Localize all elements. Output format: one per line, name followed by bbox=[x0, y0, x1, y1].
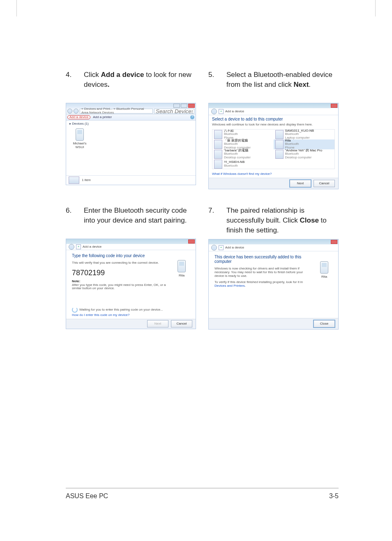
step-text: Enter the Bluetooth security code into y… bbox=[84, 206, 196, 235]
close-icon[interactable] bbox=[331, 104, 337, 108]
device-list-item[interactable]: "Andrew Yeh" 的 Mac ProBluetoothDesktop c… bbox=[274, 149, 335, 159]
status-bar: 1 item bbox=[66, 175, 196, 185]
page-heading: Select a device to add to this computer bbox=[212, 117, 335, 121]
step-5: 5. Select a Bluetooth-enabled device fro… bbox=[208, 70, 339, 99]
back-icon bbox=[211, 245, 217, 251]
device-list-item[interactable]: 八不給BluetoothPhone bbox=[212, 130, 274, 139]
status-text: 1 item bbox=[82, 179, 91, 182]
close-icon[interactable] bbox=[188, 104, 195, 108]
close-icon[interactable] bbox=[331, 240, 337, 244]
success-text-2: To verify if this device finished instal… bbox=[214, 281, 312, 288]
step-6: 6. Enter the Bluetooth security code int… bbox=[66, 206, 196, 235]
device-icon bbox=[214, 130, 222, 139]
maximize-icon[interactable] bbox=[181, 104, 187, 108]
help-icon[interactable]: ? bbox=[190, 115, 194, 119]
wizard-title: Add a device bbox=[83, 245, 101, 249]
next-button[interactable]: Next bbox=[290, 180, 311, 187]
page-heading: This device has been successfully added … bbox=[214, 255, 312, 264]
back-icon[interactable] bbox=[69, 244, 74, 250]
help-link[interactable]: What if Windows doesn't find my device? bbox=[212, 172, 335, 176]
devices-area: ▸ Devices (1) Michael's WSUI bbox=[66, 121, 196, 175]
screenshot-devices-and-printers: « Devices and Print... » Bluetooth Perso… bbox=[66, 103, 196, 185]
device-icon bbox=[214, 160, 222, 169]
toolbar: Add a device Add a printer ? bbox=[66, 114, 196, 121]
window-title-bar bbox=[66, 239, 196, 244]
step-number: 4. bbox=[66, 70, 76, 99]
pairing-code: 78702199 bbox=[72, 269, 169, 277]
page-subtext: Windows will continue to look for new de… bbox=[212, 123, 335, 127]
add-device-icon: + bbox=[219, 245, 224, 250]
add-a-device-button[interactable]: Add a device bbox=[67, 115, 90, 120]
step-text: Click Add a device to look for new devic… bbox=[84, 70, 196, 99]
footer-right: 3-5 bbox=[329, 492, 339, 500]
wizard-header: + Add a device bbox=[209, 244, 338, 251]
device-label: Rita bbox=[316, 275, 332, 279]
device-icon bbox=[214, 140, 222, 149]
close-icon[interactable] bbox=[188, 239, 195, 244]
spinner-icon bbox=[72, 307, 78, 313]
search-input[interactable] bbox=[154, 109, 194, 114]
computer-icon bbox=[69, 176, 79, 184]
device-label: Michael's WSUI bbox=[69, 142, 90, 149]
screenshot-success: + Add a device This device has been succ… bbox=[208, 239, 339, 330]
button-row: Close bbox=[209, 318, 338, 329]
device-icon bbox=[275, 140, 284, 149]
add-device-icon: + bbox=[76, 244, 81, 249]
device-icon bbox=[214, 150, 222, 159]
step-number: 6. bbox=[66, 206, 76, 235]
window-title-bar bbox=[209, 239, 338, 244]
device-label: Rita bbox=[173, 274, 190, 278]
devices-and-printers-link[interactable]: Devices and Printers bbox=[214, 284, 245, 288]
group-header[interactable]: ▸ Devices (1) bbox=[69, 122, 192, 126]
address-bar: « Devices and Print... » Bluetooth Perso… bbox=[66, 108, 196, 114]
page-footer: ASUS Eee PC 3-5 bbox=[66, 488, 339, 500]
wizard-header: + Add a device bbox=[209, 108, 338, 115]
step-4: 4. Click Add a device to look for new de… bbox=[66, 70, 196, 99]
phone-icon bbox=[76, 128, 84, 141]
step-number: 7. bbox=[208, 206, 218, 235]
page-subtext: This will verify that you are connecting… bbox=[72, 261, 169, 265]
add-device-icon: + bbox=[219, 109, 224, 114]
cancel-button[interactable]: Cancel bbox=[171, 320, 192, 327]
forward-icon[interactable] bbox=[74, 109, 78, 114]
minimize-icon[interactable] bbox=[173, 104, 180, 108]
wizard-header: + Add a device bbox=[66, 244, 196, 250]
device-icon bbox=[275, 150, 284, 159]
device-icon bbox=[275, 130, 284, 139]
device-list-item[interactable]: "barbara" 的電腦BluetoothDesktop computer bbox=[212, 149, 274, 159]
device-list-item[interactable]: 「蘇 親愛的電腦BluetoothDesktop computer bbox=[212, 139, 274, 149]
add-a-printer-button[interactable]: Add a printer bbox=[93, 116, 112, 119]
button-row: Next Cancel bbox=[66, 319, 196, 329]
phone-icon bbox=[178, 260, 186, 272]
waiting-status: Waiting for you to enter this pairing co… bbox=[72, 307, 169, 313]
page-heading: Type the following code into your device bbox=[72, 253, 169, 258]
success-text-1: Windows is now checking for drivers and … bbox=[214, 267, 312, 278]
back-icon[interactable] bbox=[67, 109, 72, 114]
device-list: 八不給BluetoothPhoneSAM1011_KUO-NBBluetooth… bbox=[212, 129, 335, 169]
window-title-bar bbox=[209, 103, 338, 108]
phone-icon bbox=[320, 261, 328, 274]
wizard-title: Add a device bbox=[225, 110, 244, 114]
footer-left: ASUS Eee PC bbox=[66, 492, 108, 500]
back-icon[interactable] bbox=[211, 109, 217, 114]
screenshot-type-code: + Add a device Type the following code i… bbox=[66, 239, 196, 329]
step-text: Select a Bluetooth-enabled device from t… bbox=[226, 70, 339, 99]
device-list-item[interactable]: RitaBluetoothPhone bbox=[274, 139, 335, 149]
next-button: Next bbox=[147, 320, 168, 327]
step-7: 7. The paired relationship is successful… bbox=[208, 206, 339, 235]
device-list-item[interactable]: YI_HSIEH-NBBluetooth bbox=[212, 159, 274, 169]
wizard-title: Add a device bbox=[225, 246, 244, 250]
button-row: Next Cancel bbox=[209, 178, 338, 189]
device-item[interactable]: Michael's WSUI bbox=[69, 128, 90, 149]
note-text: After you type this code, you might need… bbox=[72, 283, 169, 291]
step-text: The paired relationship is successfully … bbox=[226, 206, 339, 235]
step-number: 5. bbox=[208, 70, 218, 99]
breadcrumb[interactable]: « Devices and Print... » Bluetooth Perso… bbox=[80, 109, 153, 114]
close-button[interactable]: Close bbox=[314, 320, 335, 327]
cancel-button[interactable]: Cancel bbox=[314, 180, 335, 187]
screenshot-select-device: + Add a device Select a device to add to… bbox=[208, 103, 339, 189]
help-link[interactable]: How do I enter this code on my device? bbox=[72, 313, 169, 317]
device-list-item[interactable]: SAM1011_KUO-NBBluetoothLaptop computer bbox=[274, 130, 335, 139]
